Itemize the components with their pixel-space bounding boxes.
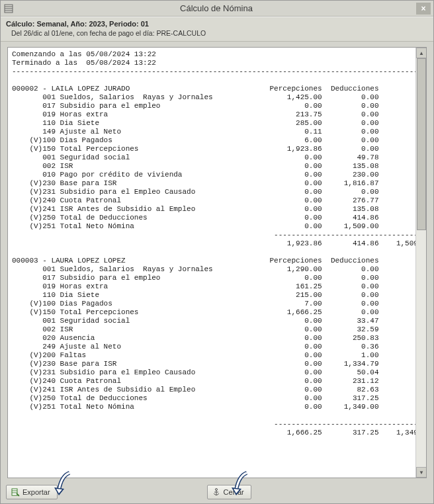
- anchor-icon: [212, 487, 221, 497]
- scroll-thumb[interactable]: [417, 58, 426, 230]
- calc-period-label: Cálculo: Semanal, Año: 2023, Periodo: 01: [6, 20, 428, 28]
- report-panel: Comenzando a las 05/08/2024 13:22 Termin…: [7, 47, 427, 478]
- close-icon[interactable]: ×: [416, 3, 431, 15]
- report-text: Comenzando a las 05/08/2024 13:22 Termin…: [8, 48, 415, 478]
- vertical-scrollbar[interactable]: ▲ ▼: [415, 48, 426, 478]
- export-label: Exportar: [22, 488, 50, 496]
- period-header: Cálculo: Semanal, Año: 2023, Periodo: 01…: [1, 17, 433, 42]
- payroll-dialog: Cálculo de Nómina × Cálculo: Semanal, Añ…: [0, 0, 434, 504]
- content-area: Comenzando a las 05/08/2024 13:22 Termin…: [1, 42, 433, 482]
- scroll-down-icon[interactable]: ▼: [416, 467, 427, 478]
- close-button[interactable]: Cerrar: [207, 485, 251, 499]
- svg-rect-5: [12, 489, 17, 495]
- export-button[interactable]: Exportar: [6, 485, 58, 499]
- calc-dates-label: Del 26/dic al 01/ene, con fecha de pago …: [6, 29, 428, 37]
- button-row: Exportar Cerrar: [1, 482, 433, 503]
- scroll-up-icon[interactable]: ▲: [416, 48, 427, 58]
- titlebar: Cálculo de Nómina ×: [1, 1, 433, 17]
- close-label: Cerrar: [224, 488, 244, 496]
- window-title: Cálculo de Nómina: [17, 3, 416, 13]
- export-icon: [11, 487, 20, 497]
- app-icon: [3, 3, 14, 14]
